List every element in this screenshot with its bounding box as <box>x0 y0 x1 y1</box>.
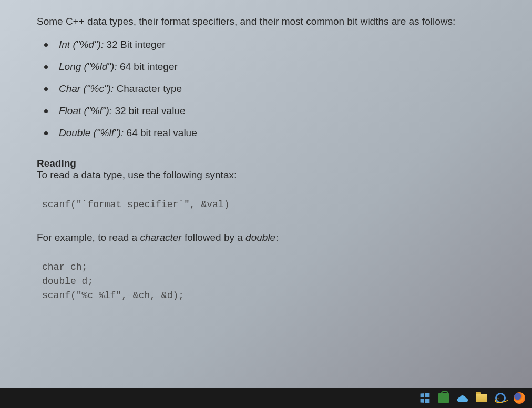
type-desc: 32 Bit integer <box>104 39 165 50</box>
reading-text: To read a data type, use the following s… <box>37 169 495 181</box>
text-span: followed by a <box>182 232 245 243</box>
list-item: Char ("%c"): Character type <box>48 83 495 95</box>
text-span: character <box>140 232 181 243</box>
data-types-list: Int ("%d"): 32 Bit integer Long ("%ld"):… <box>37 39 495 139</box>
type-name: Char ("%c"): <box>59 83 114 94</box>
list-item: Float ("%f"): 32 bit real value <box>48 105 495 117</box>
list-item: Int ("%d"): 32 Bit integer <box>48 39 495 50</box>
type-desc: 64 bit real value <box>124 127 197 138</box>
text-span: double <box>245 232 275 243</box>
windows-store-icon[interactable] <box>436 391 451 405</box>
reading-heading: Reading <box>37 158 495 169</box>
type-name: Float ("%f"): <box>59 105 112 116</box>
list-item: Long ("%ld"): 64 bit integer <box>48 61 495 73</box>
list-item: Double ("%lf"): 64 bit real value <box>48 127 495 139</box>
example-text: For example, to read a character followe… <box>37 232 495 243</box>
internet-explorer-icon[interactable] <box>493 391 508 405</box>
type-name: Double ("%lf"): <box>59 127 124 138</box>
windows-taskbar[interactable] <box>0 388 532 408</box>
syntax-code: scanf("`format_specifier`", &val) <box>42 198 495 212</box>
onedrive-icon[interactable] <box>455 391 470 405</box>
intro-paragraph: Some C++ data types, their format specif… <box>37 16 495 27</box>
type-desc: 64 bit integer <box>117 61 178 72</box>
text-span: : <box>275 232 278 243</box>
file-explorer-icon[interactable] <box>474 391 489 405</box>
example-code: char ch; double d; scanf("%c %lf", &ch, … <box>42 260 495 303</box>
firefox-icon[interactable] <box>512 391 527 405</box>
type-desc: 32 bit real value <box>112 105 185 116</box>
type-name: Int ("%d"): <box>59 39 104 50</box>
windows-start-icon[interactable] <box>417 391 432 405</box>
text-span: For example, to read a <box>37 232 140 243</box>
type-desc: Character type <box>114 83 182 94</box>
type-name: Long ("%ld"): <box>59 61 117 72</box>
